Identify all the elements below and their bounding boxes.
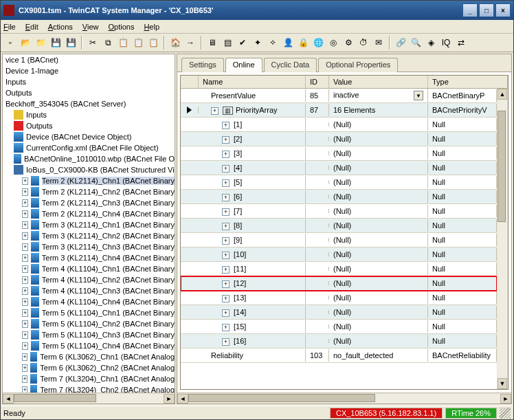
tree-item[interactable]: IoBus_0_CX9000-KB (BACnet Structured Vi bbox=[3, 164, 175, 175]
expand-icon[interactable]: + bbox=[222, 237, 230, 245]
find-icon[interactable]: 🔍 bbox=[409, 36, 423, 49]
tree-item[interactable]: +Term 6 (KL3062)_Chn1 (BACnet Analog bbox=[3, 351, 175, 362]
menu-view[interactable]: View bbox=[82, 23, 99, 31]
cell-value[interactable]: no_fault_detected bbox=[329, 349, 428, 362]
expand-icon[interactable]: + bbox=[222, 295, 230, 302]
tree-item[interactable]: +Term 6 (KL3062)_Chn2 (BACnet Analog bbox=[3, 362, 175, 373]
expand-icon[interactable]: + bbox=[22, 331, 28, 339]
cell-value[interactable]: (Null) bbox=[329, 277, 428, 289]
cell-value[interactable]: (Null) bbox=[329, 306, 428, 318]
col-id[interactable]: ID bbox=[306, 76, 329, 88]
expand-icon[interactable]: + bbox=[222, 309, 230, 317]
grid-row[interactable]: +[11](Null)Null bbox=[181, 262, 497, 276]
cell-value[interactable]: (Null) bbox=[329, 263, 428, 275]
grid-row[interactable]: +[14](Null)Null bbox=[181, 305, 497, 320]
person-icon[interactable]: 👤 bbox=[281, 36, 295, 49]
tree-item[interactable]: +Term 4 (KL1104)_Chn1 (BACnet Binary bbox=[3, 263, 175, 274]
cell-value[interactable]: (Null) bbox=[329, 162, 428, 174]
cell-value[interactable]: (Null) bbox=[329, 320, 428, 333]
expand-icon[interactable]: + bbox=[22, 199, 28, 207]
tree-hscrollbar[interactable]: ◄ ► bbox=[3, 393, 175, 404]
col-value[interactable]: Value bbox=[329, 76, 428, 88]
open2-icon[interactable]: 📁 bbox=[34, 36, 47, 49]
tree-item[interactable]: +Term 5 (KL1104)_Chn3 (BACnet Binary bbox=[3, 329, 175, 340]
expand-icon[interactable]: + bbox=[22, 254, 28, 262]
tree-item[interactable]: +Term 4 (KL1104)_Chn3 (BACnet Binary bbox=[3, 285, 175, 296]
maximize-button[interactable]: □ bbox=[479, 3, 494, 17]
expand-icon[interactable]: + bbox=[22, 177, 28, 185]
scroll-right-icon[interactable]: ► bbox=[164, 394, 175, 404]
close-button[interactable]: × bbox=[495, 3, 511, 17]
expand-icon[interactable]: + bbox=[222, 179, 230, 187]
tree-item[interactable]: +Term 3 (KL2114)_Chn2 (BACnet Binary bbox=[3, 230, 175, 241]
stamp-icon[interactable]: ✉ bbox=[372, 36, 386, 49]
expand-icon[interactable]: + bbox=[22, 276, 28, 284]
expand-icon[interactable]: + bbox=[22, 309, 28, 317]
expand-icon[interactable]: + bbox=[22, 320, 28, 328]
paste2-icon[interactable]: 📋 bbox=[131, 36, 145, 49]
grid-vscrollbar[interactable]: ▲ ▼ bbox=[497, 89, 508, 389]
grid-row[interactable]: +[9](Null)Null bbox=[181, 233, 497, 247]
right-hscrollbar[interactable]: ◄ ► bbox=[177, 393, 511, 404]
paste-icon[interactable]: 📋 bbox=[116, 36, 130, 49]
tree-item[interactable]: +Term 2 (KL2114)_Chn3 (BACnet Binary bbox=[3, 197, 175, 208]
target-icon[interactable]: ◎ bbox=[326, 36, 340, 49]
tree-item[interactable]: +Term 3 (KL2114)_Chn1 (BACnet Binary bbox=[3, 219, 175, 230]
expand-icon[interactable]: + bbox=[22, 298, 28, 306]
grid-row[interactable]: Reliability103no_fault_detectedBACnetRel… bbox=[181, 349, 497, 363]
cell-value[interactable]: (Null) bbox=[329, 248, 428, 261]
tree-item[interactable]: +Term 5 (KL1104)_Chn2 (BACnet Binary bbox=[3, 318, 175, 329]
expand-icon[interactable]: + bbox=[22, 353, 27, 361]
scroll-down-icon[interactable]: ▼ bbox=[498, 378, 507, 389]
expand-icon[interactable]: + bbox=[222, 252, 230, 259]
expand-icon[interactable]: + bbox=[222, 266, 230, 274]
nav-up-icon[interactable]: 🏠 bbox=[168, 36, 182, 49]
expand-icon[interactable]: + bbox=[22, 188, 28, 196]
cell-value[interactable]: (Null) bbox=[329, 205, 428, 217]
menu-actions[interactable]: Actions bbox=[48, 23, 73, 31]
expand-icon[interactable]: + bbox=[222, 194, 230, 201]
wizard2-icon[interactable]: ✧ bbox=[266, 36, 280, 49]
menu-help[interactable]: Help bbox=[144, 23, 159, 31]
wizard-icon[interactable]: ✦ bbox=[251, 36, 265, 49]
cell-value[interactable]: inactive▼ bbox=[329, 89, 428, 102]
expand-icon[interactable]: + bbox=[222, 151, 230, 158]
tree-item[interactable]: Beckhoff_3543045 (BACnet Server) bbox=[3, 98, 175, 109]
save-icon[interactable]: 💾 bbox=[49, 36, 63, 49]
expand-icon[interactable]: + bbox=[211, 107, 219, 115]
scroll-left-icon[interactable]: ◄ bbox=[177, 394, 188, 404]
expand-icon[interactable]: + bbox=[22, 232, 28, 240]
grid-row[interactable]: +[13](Null)Null bbox=[181, 291, 497, 305]
cell-value[interactable]: (Null) bbox=[329, 118, 428, 131]
resize-grip-icon[interactable] bbox=[500, 408, 511, 419]
tree-item[interactable]: +Term 4 (KL1104)_Chn2 (BACnet Binary bbox=[3, 274, 175, 285]
tag-icon[interactable]: ◈ bbox=[424, 36, 438, 49]
open-icon[interactable]: 📂 bbox=[19, 36, 32, 49]
expand-icon[interactable]: + bbox=[22, 342, 28, 350]
grid-row[interactable]: +[10](Null)Null bbox=[181, 247, 497, 262]
tree-item[interactable]: +Term 2 (KL2114)_Chn1 (BACnet Binary bbox=[3, 175, 175, 186]
tree-item[interactable]: vice 1 (BACnet) bbox=[3, 54, 175, 65]
expand-icon[interactable]: + bbox=[22, 375, 27, 383]
expand-icon[interactable]: + bbox=[22, 386, 27, 393]
tab-optional-properties[interactable]: Optional Properties bbox=[318, 58, 398, 72]
panel-icon[interactable]: ▤ bbox=[221, 36, 234, 49]
arrow-right-icon[interactable]: → bbox=[183, 36, 197, 49]
grid-row[interactable]: +[5](Null)Null bbox=[181, 175, 497, 190]
grid-row[interactable]: +[16](Null)Null bbox=[181, 334, 497, 349]
expand-icon[interactable]: + bbox=[222, 338, 230, 346]
tree-view[interactable]: vice 1 (BACnet)Device 1-ImageInputsOutpu… bbox=[3, 54, 175, 393]
tree-item[interactable]: Outputs bbox=[3, 120, 175, 131]
tree-item[interactable]: CurrentConfig.xml (BACnet File Object) bbox=[3, 142, 175, 153]
cell-value[interactable]: 16 Elements bbox=[329, 104, 428, 116]
tab-online[interactable]: Online bbox=[225, 58, 262, 72]
grid-row[interactable]: +[3](Null)Null bbox=[181, 146, 497, 161]
menu-file[interactable]: File bbox=[3, 23, 16, 31]
scroll-left-icon[interactable]: ◄ bbox=[3, 394, 14, 404]
expand-icon[interactable]: + bbox=[22, 364, 27, 372]
tree-item[interactable]: +Term 3 (KL2114)_Chn3 (BACnet Binary bbox=[3, 241, 175, 252]
expand-icon[interactable]: + bbox=[222, 136, 230, 144]
dropdown-icon[interactable]: ▼ bbox=[414, 91, 423, 100]
tree-item[interactable]: +Term 2 (KL2114)_Chn2 (BACnet Binary bbox=[3, 186, 175, 197]
clock-icon[interactable]: ⏱ bbox=[357, 36, 370, 49]
